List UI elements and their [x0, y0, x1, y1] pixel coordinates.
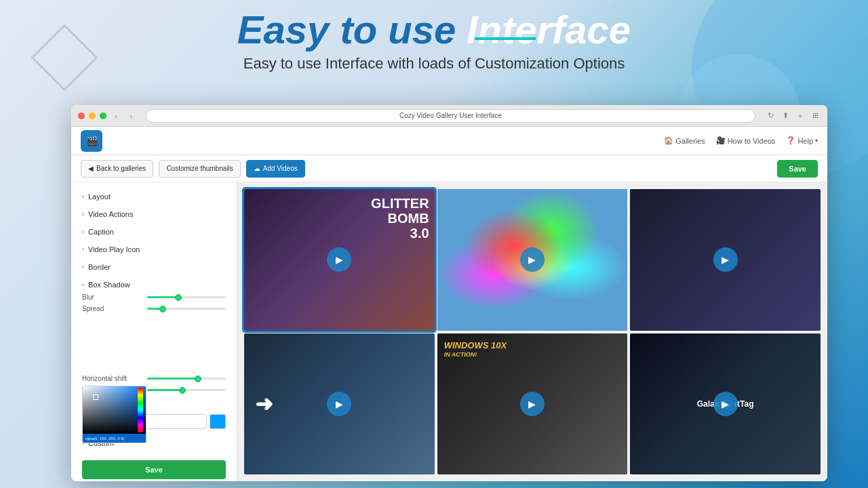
play-icon-chevron: ›	[82, 246, 84, 253]
header-title-part1: Easy to use	[237, 7, 456, 52]
v-shift-slider-fill	[147, 389, 182, 391]
nav-help[interactable]: ❓ Help ▾	[786, 136, 818, 145]
traffic-light-red[interactable]	[78, 113, 85, 119]
bookmark-icon[interactable]: +	[795, 110, 806, 121]
play-button-6[interactable]: ▶	[713, 392, 738, 416]
shadow-color-swatch[interactable]	[210, 414, 226, 429]
spread-slider-track[interactable]	[147, 308, 226, 310]
share-icon[interactable]: ⬆	[780, 110, 791, 121]
h-shift-slider-thumb[interactable]	[195, 375, 201, 382]
gallery-item-5[interactable]: WINDOWS 10X IN ACTION! ▶	[437, 333, 628, 475]
caption-label: Caption	[88, 228, 114, 236]
how-to-label: How to Videos	[728, 137, 776, 145]
app-nav-right: 🏠 Galleries 🎥 How to Videos ❓ Help ▾	[664, 136, 818, 145]
windows-text: WINDOWS 10X	[444, 340, 507, 350]
gallery-item-4[interactable]: ➜ ▶	[244, 333, 435, 475]
sidebar-item-caption[interactable]: › Caption	[71, 223, 237, 241]
app-navbar: 🎬 🏠 Galleries 🎥 How to Videos ❓ Help ▾	[71, 127, 827, 155]
add-videos-button[interactable]: ☁ Add Videos	[246, 160, 305, 178]
help-chevron: ▾	[815, 138, 818, 144]
logo-icon: 🎬	[86, 136, 98, 146]
spread-slider-thumb[interactable]	[159, 306, 166, 312]
traffic-light-yellow[interactable]	[89, 113, 96, 119]
sidebar-item-border[interactable]: › Border	[71, 258, 237, 276]
sidebar-item-layout[interactable]: › Layout	[71, 188, 237, 205]
color-picker-cursor	[93, 394, 98, 400]
v-shift-slider-thumb[interactable]	[179, 387, 186, 394]
arrow-icon: ➜	[255, 391, 273, 417]
blur-label: Blur	[82, 293, 143, 301]
blur-slider-thumb[interactable]	[175, 294, 182, 301]
gallery-item-1[interactable]: GLITTERBOMB3.0 ▶	[244, 189, 435, 331]
main-content: › Layout › Video Actions › Caption › Vid…	[71, 182, 827, 481]
play-button-2[interactable]: ▶	[520, 247, 545, 272]
border-label: Border	[88, 263, 111, 271]
gallery-item-3[interactable]: ▶	[630, 189, 821, 331]
play-button-1[interactable]: ▶	[327, 247, 351, 272]
header-subtitle: Easy to use Interface with loads of Cust…	[0, 55, 868, 73]
nav-how-to-videos[interactable]: 🎥 How to Videos	[716, 136, 776, 145]
galleries-label: Galleries	[675, 137, 705, 145]
reload-icon[interactable]: ↻	[765, 110, 776, 121]
browser-chrome: ‹ › Cozy Video Gallery User Interface ↻ …	[71, 105, 827, 127]
h-shift-slider-track[interactable]	[147, 378, 226, 380]
box-shadow-chevron: ›	[80, 284, 87, 286]
gallery-item-2[interactable]: ▶	[437, 189, 628, 331]
header-title: Easy to use Interface	[237, 7, 631, 52]
customize-label: Customize thumbnails	[166, 165, 233, 172]
play-button-3[interactable]: ▶	[713, 247, 738, 272]
nav-forward-button[interactable]: ›	[125, 110, 136, 121]
app-logo: 🎬	[81, 130, 102, 152]
gallery-item-6[interactable]: Galax ▶ rtTag ▶	[630, 333, 821, 475]
layout-label: Layout	[88, 192, 111, 201]
color-picker-bottom: rgba(0, 158, 255, 0.9)	[83, 434, 146, 443]
sidebar-item-box-shadow[interactable]: › Box Shadow	[71, 276, 237, 293]
play-button-4[interactable]: ▶	[327, 392, 351, 416]
sidebar-save-button[interactable]: Save	[82, 460, 226, 479]
play-icon-label: Video Play Icon	[88, 245, 140, 253]
browser-window: ‹ › Cozy Video Gallery User Interface ↻ …	[71, 105, 827, 481]
blur-slider-track[interactable]	[147, 296, 226, 298]
spread-slider-row: Spread	[82, 305, 226, 312]
color-picker-popup[interactable]: rgba(0, 158, 255, 0.9)	[82, 386, 146, 443]
glitter-text: GLITTERBOMB3.0	[371, 196, 429, 241]
browser-actions: ↻ ⬆ + ⊞	[765, 110, 821, 121]
v-shift-slider-track[interactable]	[147, 389, 226, 391]
header-title-part2: Interface	[467, 7, 631, 52]
sidebar-save-label: Save	[145, 466, 163, 474]
save-button[interactable]: Save	[777, 160, 818, 178]
sidebar-item-video-play-icon[interactable]: › Video Play Icon	[71, 241, 237, 258]
blur-slider-fill	[147, 296, 178, 298]
video-actions-chevron: ›	[82, 211, 84, 218]
border-chevron: ›	[82, 264, 84, 270]
back-label: Back to galleries	[96, 165, 146, 172]
color-picker-value: rgba(0, 158, 255, 0.9)	[85, 436, 125, 441]
back-icon: ◀	[88, 165, 94, 172]
cloud-icon: ☁	[254, 165, 260, 172]
sidebar-item-video-actions[interactable]: › Video Actions	[71, 205, 237, 223]
new-tab-icon[interactable]: ⊞	[810, 110, 821, 121]
h-shift-label: Horizontal shift	[82, 375, 143, 382]
traffic-light-green[interactable]	[100, 113, 106, 119]
nav-galleries[interactable]: 🏠 Galleries	[664, 136, 705, 145]
sidebar: › Layout › Video Actions › Caption › Vid…	[71, 182, 237, 481]
color-picker-hue-bar[interactable]	[138, 388, 143, 432]
how-to-icon: 🎥	[716, 136, 726, 145]
box-shadow-section: Blur Spread	[71, 293, 237, 403]
address-bar[interactable]: Cozy Video Gallery User Interface	[146, 109, 755, 123]
back-to-galleries-button[interactable]: ◀ Back to galleries	[81, 160, 153, 178]
blur-slider-row: Blur	[82, 293, 226, 301]
windows-sub: IN ACTION!	[444, 351, 477, 358]
gallery-area: GLITTERBOMB3.0 ▶ ▶ ▶ ➜ ▶ WINDOWS 10X	[237, 182, 827, 481]
video-actions-label: Video Actions	[88, 210, 133, 218]
header-area: Easy to use Interface Easy to use Interf…	[0, 7, 868, 73]
spread-label: Spread	[82, 305, 143, 312]
h-shift-slider-fill	[147, 378, 198, 380]
h-shift-slider-row: Horizontal shift	[82, 375, 226, 382]
box-shadow-label: Box Shadow	[88, 281, 130, 289]
play-button-5[interactable]: ▶	[520, 392, 545, 416]
customize-thumbnails-button[interactable]: Customize thumbnails	[159, 160, 240, 178]
color-picker-brightness	[83, 386, 146, 434]
nav-back-button[interactable]: ‹	[111, 110, 121, 121]
address-text: Cozy Video Gallery User Interface	[399, 112, 502, 119]
